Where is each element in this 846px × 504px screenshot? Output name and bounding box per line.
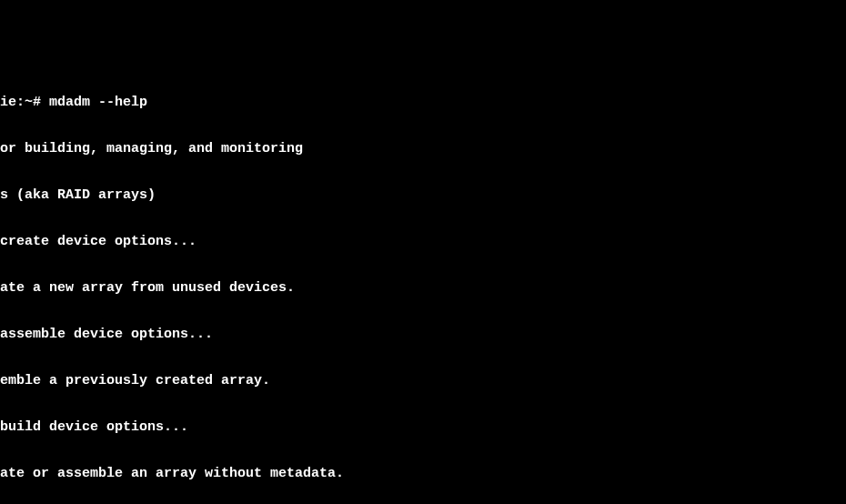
terminal-line: create device options... <box>0 234 846 249</box>
terminal-line: build device options... <box>0 419 846 435</box>
terminal-line: or building, managing, and monitoring <box>0 141 846 156</box>
terminal-line: s (aka RAID arrays) <box>0 187 846 203</box>
terminal-line: assemble device options... <box>0 327 846 342</box>
terminal-line: ate or assemble an array without metadat… <box>0 466 846 481</box>
terminal-output[interactable]: ie:~# mdadm --help or building, managing… <box>0 62 846 504</box>
terminal-line: emble a previously created array. <box>0 373 846 388</box>
terminal-line: ate a new array from unused devices. <box>0 280 846 296</box>
terminal-line: ie:~# mdadm --help <box>0 95 846 110</box>
